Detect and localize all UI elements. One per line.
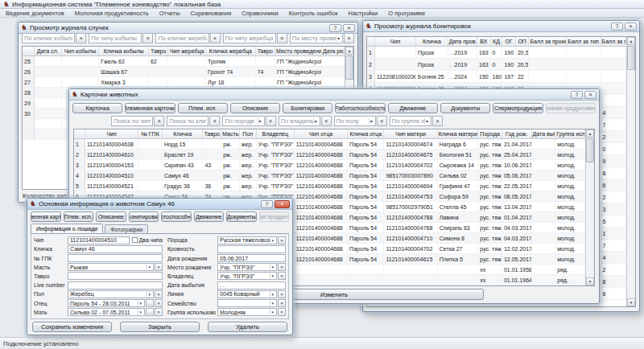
column-header[interactable]: Чип кобылы — [62, 47, 100, 55]
close-icon[interactable]: × — [343, 24, 355, 32]
footer-button[interactable]: Удалить — [208, 322, 287, 332]
column-header[interactable]: Кличка матери — [438, 129, 479, 138]
combo-input[interactable]: ▾ — [217, 299, 277, 307]
column-header[interactable]: Дата рез. — [322, 47, 345, 55]
text-input[interactable]: Самух 46 — [68, 245, 163, 253]
clear-filter-button[interactable]: × — [432, 116, 443, 126]
text-input[interactable] — [68, 281, 163, 289]
column-header[interactable]: Балл за происх. — [529, 37, 566, 46]
help-button[interactable]: ? — [329, 24, 341, 32]
menu-item[interactable]: Настройки — [349, 10, 378, 17]
table-row[interactable]: 26Шашка 67Грохот 7474ГП "ЖодиноАгроПЗ" (… — [23, 67, 345, 77]
column-header[interactable]: Группа исп. — [555, 129, 585, 138]
clear-filter-button[interactable]: × — [277, 33, 287, 43]
clear-filter-button[interactable]: × — [76, 33, 86, 43]
nav-button[interactable]: Документы — [226, 211, 257, 222]
table-row[interactable]: 5112101400004521Градус 3636рж.жер.Учр. "… — [74, 181, 585, 191]
column-header[interactable]: Чип матери — [384, 129, 437, 138]
scroll-down-icon[interactable]: ▼ — [586, 277, 594, 285]
filter-input[interactable]: По месту проведения▾ — [290, 33, 343, 43]
column-header[interactable]: Балл за тип — [567, 37, 601, 46]
filter-input[interactable]: По породе▾ — [222, 116, 264, 126]
column-header[interactable]: Чип жеребца — [168, 47, 206, 55]
filter-input[interactable]: По группе использования▾ — [390, 116, 431, 126]
menu-item[interactable]: Молочная продуктивность — [75, 10, 149, 17]
column-header[interactable]: ВХ — [477, 37, 491, 46]
combo-input[interactable]: Пароль 54 - 28.03.2011▾ — [68, 299, 145, 307]
scroll-up-icon[interactable]: ▲ — [627, 37, 635, 45]
footer-button[interactable]: Сохранить изменения — [32, 322, 112, 332]
scroll-down-icon[interactable]: ▼ — [627, 298, 635, 306]
footer-button[interactable]: Закрыть — [120, 322, 200, 332]
combo-input[interactable]: Молодняк▾ — [217, 308, 277, 316]
nav-button[interactable]: Бонитировки — [129, 211, 159, 222]
scroll-thumb[interactable] — [345, 55, 353, 80]
menu-item[interactable]: Справочники — [242, 10, 278, 17]
tab[interactable]: Информация о лошади — [31, 224, 103, 233]
help-button[interactable]: ? — [261, 200, 273, 208]
clear-filter-button[interactable]: × — [154, 116, 164, 126]
clear-filter-button[interactable]: × — [321, 116, 332, 126]
close-icon[interactable]: × — [584, 91, 597, 99]
table-row[interactable]: 4112101400004510Самух 46рж.жер.Учр. "ПГР… — [74, 170, 585, 181]
column-header[interactable]: Чип отца — [295, 129, 348, 138]
table-row[interactable]: 27Хмарка 3Луг 16ГП "ЖодиноАгроПЗ" (З... — [23, 77, 345, 88]
clear-filter-button[interactable]: × — [142, 33, 153, 43]
ellipsis-button[interactable]: … — [146, 299, 154, 307]
column-header[interactable]: Чип — [375, 37, 416, 46]
text-input[interactable]: 112101400004510 — [68, 236, 130, 244]
ellipsis-button[interactable]: … — [146, 308, 154, 316]
combo-input[interactable]: Жеребец▾ — [68, 290, 154, 298]
table-row[interactable]: 25Гжель 6262ТропикГП "ЖодиноАгроПЗ" (З..… — [23, 56, 345, 67]
clear-field-button[interactable]: × — [155, 263, 163, 271]
column-header[interactable]: Чип — [85, 129, 138, 138]
column-header[interactable]: № ГПК — [138, 129, 163, 138]
two-chips-checkbox[interactable] — [132, 237, 138, 243]
close-icon[interactable]: × — [625, 23, 637, 31]
scroll-thumb[interactable] — [586, 138, 594, 162]
filter-input[interactable]: По полу▾ — [334, 116, 376, 126]
column-header[interactable]: Кличка жеребца — [206, 47, 256, 55]
table-row[interactable]: 2112101400004610Браслет 19рж.жер.Учр. "П… — [74, 150, 585, 160]
nav-button[interactable]: Плем. исп. — [64, 211, 94, 222]
nav-button[interactable]: Племенная карточка — [31, 211, 61, 222]
column-header[interactable]: Тавро — [256, 47, 275, 55]
text-input[interactable] — [217, 245, 286, 253]
column-header[interactable]: ОП — [516, 37, 530, 46]
combo-input[interactable]: Русская тяжеловозная▾ — [217, 236, 277, 244]
column-header[interactable]: Дата выб. — [532, 129, 556, 138]
scrollbar[interactable]: ▲▼ — [585, 129, 594, 285]
combo-input[interactable]: Учр. "ПГРЭЗ"▾ — [217, 263, 277, 271]
clear-filter-button[interactable]: × — [344, 33, 354, 43]
column-header[interactable]: Масть — [221, 129, 240, 138]
scrollbar[interactable]: ▲▼ — [626, 37, 635, 306]
animal-window-title-bar[interactable]: ♞ Основная информация о животном Самух 4… — [27, 199, 292, 210]
clear-field-button[interactable]: × — [278, 236, 286, 244]
column-header[interactable]: Кличка — [416, 37, 448, 46]
scroll-thumb[interactable] — [627, 46, 635, 70]
clear-filter-button[interactable]: × — [210, 33, 221, 43]
menu-item[interactable]: Контроль ошибок — [289, 10, 338, 17]
nav-button[interactable]: Работоспособность — [335, 103, 385, 113]
clear-field-button[interactable]: × — [155, 299, 163, 307]
nav-button[interactable]: Племенная карточка — [125, 103, 175, 113]
filter-input[interactable]: По чипу кобылы — [89, 33, 142, 43]
scroll-up-icon[interactable]: ▲ — [345, 47, 353, 55]
menu-item[interactable]: Отчеты — [159, 10, 180, 17]
menu-item[interactable]: О программе — [388, 10, 425, 17]
column-header[interactable]: Балл за п — [601, 37, 626, 46]
column-header[interactable]: Год рож. — [502, 129, 532, 138]
filter-input[interactable]: По чипу жеребца — [223, 33, 276, 43]
table-row[interactable]: 3112208100020687Богиня 25. .202415016019… — [367, 71, 626, 83]
combo-input[interactable]: Учр. "ПГРЭЗ"▾ — [217, 272, 277, 280]
clear-field-button[interactable]: × — [278, 299, 286, 307]
column-header[interactable]: КД — [491, 37, 503, 46]
nav-button[interactable]: Описание — [230, 103, 280, 113]
column-header[interactable]: Владелец — [257, 129, 295, 138]
column-header[interactable]: Тавро — [203, 129, 221, 138]
tab[interactable]: Фотографии — [105, 224, 148, 233]
combo-input[interactable]: Рыжая▾ — [68, 263, 154, 271]
help-button[interactable]: ? — [611, 23, 623, 31]
nav-button[interactable]: Движение — [194, 211, 225, 222]
nav-button[interactable]: Карточка — [72, 103, 122, 113]
